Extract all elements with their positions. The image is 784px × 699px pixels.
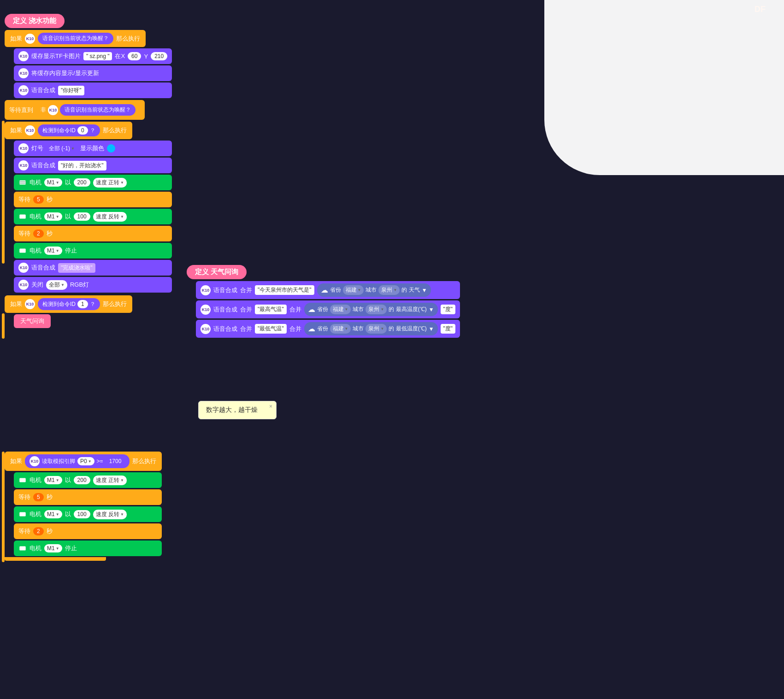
if-bracket-2 xyxy=(2,313,5,339)
svg-rect-1 xyxy=(19,215,26,219)
city-dropdown-2[interactable]: 泉州 xyxy=(365,305,387,314)
tooltip-close[interactable]: × xyxy=(269,403,272,410)
motor1-dir-dropdown[interactable]: 速度 正转 xyxy=(93,178,127,188)
motor-a3-dropdown[interactable]: M1 xyxy=(44,544,62,552)
motor-a2-dropdown[interactable]: M1 xyxy=(44,510,62,518)
action-voice-hello: K10 语音合成 "你好呀" xyxy=(14,82,172,98)
if-analog-block: 如果 K10 读取模拟引脚 P0 >= 1700 那么执行 xyxy=(5,452,162,471)
k10-icon-w3: K10 xyxy=(200,324,211,334)
group-analog: 如果 K10 读取模拟引脚 P0 >= 1700 那么执行 电机 M1 以 20… xyxy=(5,452,162,561)
analog-read-condition[interactable]: K10 读取模拟引脚 P0 >= 1700 xyxy=(25,454,130,468)
orange-bottom-bar xyxy=(5,557,106,561)
call-weather-block[interactable]: 天气问询 xyxy=(5,314,172,328)
action-motor1-reverse: 电机 M1 以 100 速度 反转 xyxy=(14,209,172,224)
city-dropdown-1[interactable]: 泉州 xyxy=(378,285,400,295)
tooltip-text: 数字越大，越干燥 xyxy=(206,406,258,413)
action-close-rgb: K10 关闭 全部 RGB灯 xyxy=(14,277,172,293)
wait-5s: 等待 5 秒 xyxy=(14,192,172,207)
svg-rect-5 xyxy=(19,546,26,551)
action-update-display: K10 将缓存内容显示/显示更新 xyxy=(14,65,172,81)
action-motor-a3-stop: 电机 M1 停止 xyxy=(14,540,162,556)
svg-rect-3 xyxy=(19,478,26,482)
svg-rect-4 xyxy=(19,512,26,517)
cloud-area xyxy=(544,0,784,175)
cmd-id-condition[interactable]: 检测到命令ID 0 ？ xyxy=(38,124,100,136)
k10-icon-9: K10 xyxy=(18,263,29,273)
action-motor1-forward: 电机 M1 以 200 速度 正转 xyxy=(14,175,172,190)
k10-icon-5: K10 xyxy=(48,105,58,115)
action-voice-start-water: K10 语音合成 "好的，开始浇水" xyxy=(14,158,172,173)
k10-icon-w1: K10 xyxy=(200,285,211,295)
action-motor-a1-forward: 电机 M1 以 200 速度 正转 xyxy=(14,472,162,488)
action-cache-display: K10 缓存显示TF卡图片 " sz.png " 在X 60 Y 210 xyxy=(14,48,172,64)
wait-a1-5s: 等待 5 秒 xyxy=(14,489,162,505)
svg-rect-2 xyxy=(19,249,26,253)
k10-icon-3: K10 xyxy=(18,68,29,78)
k10-icon-8: K10 xyxy=(18,160,29,170)
prov-dropdown-1[interactable]: 福建 xyxy=(343,285,364,295)
led-dropdown[interactable]: 全部 (-1) xyxy=(46,144,77,153)
k10-icon-4: K10 xyxy=(18,85,29,95)
weather-api-2[interactable]: ☁ 省份 福建 城市 泉州 的 最高温度(℃) ▼ xyxy=(304,303,438,316)
motor-icon-a1 xyxy=(18,476,27,484)
color-blue[interactable] xyxy=(107,144,115,153)
k10-icon-1: K10 xyxy=(25,34,35,44)
pin-dropdown[interactable]: P0 xyxy=(77,457,94,465)
motor-a1-dir-dropdown[interactable]: 速度 正转 xyxy=(93,476,127,485)
wait-2s: 等待 2 秒 xyxy=(14,226,172,241)
action-motor1-stop: 电机 M1 停止 xyxy=(14,243,172,258)
if-bracket-1 xyxy=(2,121,5,264)
if-block-1: 如果 K10 语音识别当前状态为唤醒？ 那么执行 xyxy=(5,30,172,47)
define-water: 定义 浇水功能 xyxy=(5,14,65,28)
k10-icon-11: K10 xyxy=(25,299,35,309)
k10-icon-10: K10 xyxy=(18,280,29,290)
k10-icon-w2: K10 xyxy=(200,305,211,315)
motor-icon-a3 xyxy=(18,544,27,552)
voice-awake-condition-2[interactable]: 语音识别当前状态为唤醒？ xyxy=(60,104,136,116)
motor-icon-a2 xyxy=(18,510,27,518)
action-speech-3: K10 语音合成 合并 "最低气温" 合并 ☁ 省份 福建 城市 泉州 的 最低… xyxy=(196,320,460,338)
tooltip-box: × 数字越大，越干燥 xyxy=(198,401,277,419)
if-block-3: 如果 K10 检测到命令ID 1 ？ 那么执行 xyxy=(5,295,172,313)
city-dropdown-3[interactable]: 泉州 xyxy=(365,324,387,334)
if-block-2: 如果 K10 检测到命令ID 0 ？ 那么执行 xyxy=(5,122,172,139)
motor-icon-3 xyxy=(18,247,27,255)
k10-icon-2: K10 xyxy=(18,51,29,61)
k10-icon-7: K10 xyxy=(18,143,29,153)
weather-api-3[interactable]: ☁ 省份 福建 城市 泉州 的 最低温度(℃) ▼ xyxy=(304,322,438,335)
motor2-dropdown[interactable]: M1 xyxy=(44,212,62,221)
not-block: 非 K10 语音识别当前状态为唤醒？ xyxy=(36,102,140,117)
motor-icon xyxy=(18,178,27,187)
prov-dropdown-3[interactable]: 福建 xyxy=(330,324,351,334)
cmd-id-1-condition[interactable]: 检测到命令ID 1 ？ xyxy=(38,298,100,310)
group-water: 定义 浇水功能 如果 K10 语音识别当前状态为唤醒？ 那么执行 K10 缓存显… xyxy=(5,14,172,333)
weather-api-1[interactable]: ☁ 省份 福建 城市 泉州 的 天气 ▼ xyxy=(317,283,431,297)
action-led: K10 灯号 全部 (-1) 显示颜色 xyxy=(14,141,172,156)
if3-bracket xyxy=(5,328,172,333)
wait-until-block: 等待直到 非 K10 语音识别当前状态为唤醒？ xyxy=(5,100,172,120)
motor-icon-2 xyxy=(18,212,27,221)
rgb-all-dropdown[interactable]: 全部 xyxy=(46,280,67,290)
motor-a1-dropdown[interactable]: M1 xyxy=(44,476,62,484)
wait-a2-2s: 等待 2 秒 xyxy=(14,523,162,539)
motor-a2-dir-dropdown[interactable]: 速度 反转 xyxy=(93,510,127,519)
define-weather: 定义 天气问询 xyxy=(187,265,247,279)
motor1-dropdown[interactable]: M1 xyxy=(44,178,62,187)
action-speech-1: K10 语音合成 合并 "今天泉州市的天气是" ☁ 省份 福建 城市 泉州 的 … xyxy=(196,281,460,299)
motor2-dir-dropdown[interactable]: 速度 反转 xyxy=(93,212,127,222)
action-speech-2: K10 语音合成 合并 "最高气温" 合并 ☁ 省份 福建 城市 泉州 的 最高… xyxy=(196,300,460,318)
group-weather: 定义 天气问询 K10 语音合成 合并 "今天泉州市的天气是" ☁ 省份 福建 … xyxy=(187,265,460,338)
action-voice-done-water: K10 语音合成 "完成浇水啦" xyxy=(14,260,172,276)
k10-icon-6: K10 xyxy=(25,125,35,135)
prov-dropdown-2[interactable]: 福建 xyxy=(330,305,351,314)
svg-rect-0 xyxy=(19,181,26,185)
if-bracket-3 xyxy=(2,452,5,562)
motor3-dropdown[interactable]: M1 xyxy=(44,247,62,255)
action-motor-a2-reverse: 电机 M1 以 100 速度 反转 xyxy=(14,506,162,522)
k10-icon-a1: K10 xyxy=(29,456,40,466)
voice-awake-condition[interactable]: 语音识别当前状态为唤醒？ xyxy=(38,33,113,44)
